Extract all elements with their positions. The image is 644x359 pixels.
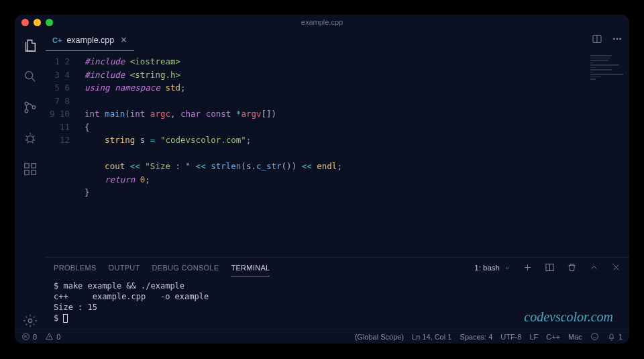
status-line-col[interactable]: Ln 14, Col 1 [412,333,451,341]
svg-point-12 [616,38,618,40]
debug-icon[interactable] [22,130,38,146]
tab-bar: C+ example.cpp ✕ [46,30,629,51]
more-actions-icon[interactable] [612,34,623,47]
close-tab-icon[interactable]: ✕ [120,35,127,45]
minimap[interactable] [590,54,627,87]
split-terminal-icon[interactable] [545,262,555,274]
svg-rect-6 [25,170,29,174]
status-errors[interactable]: 0 [21,332,37,341]
code-editor[interactable]: 1 2 3 4 5 6 7 8 9 10 11 12 #include <ios… [46,51,629,257]
panel-tab-debug[interactable]: DEBUG CONSOLE [152,264,219,272]
svg-point-3 [32,106,36,109]
editor-window: example.cpp C+ example.cpp ✕ [15,15,629,344]
code-content: #include <iostream> #include <string.h> … [76,51,629,257]
status-eol[interactable]: LF [529,333,538,341]
svg-point-13 [620,38,621,40]
svg-rect-5 [25,164,29,168]
explorer-icon[interactable] [22,38,38,54]
chevron-up-icon[interactable] [589,262,599,274]
panel-tab-output[interactable]: OUTPUT [109,264,140,272]
trash-icon[interactable] [567,262,577,274]
panel-tab-problems[interactable]: PROBLEMS [54,264,97,272]
watermark: codevscolor.com [524,309,613,325]
svg-point-1 [25,102,28,105]
status-os[interactable]: Mac [568,333,582,341]
svg-point-0 [25,72,33,79]
extensions-icon[interactable] [22,161,38,177]
line-gutter: 1 2 3 4 5 6 7 8 9 10 11 12 [46,51,76,257]
status-spaces[interactable]: Spaces: 4 [460,333,492,341]
svg-rect-7 [32,170,36,174]
terminal-selector[interactable]: 1: bash [474,263,511,273]
terminal-cursor [63,314,68,323]
cpp-file-icon: C+ [52,36,62,44]
svg-point-9 [28,319,32,323]
status-encoding[interactable]: UTF-8 [500,333,521,341]
activity-bar [15,30,46,329]
status-language[interactable]: C++ [546,333,560,341]
new-terminal-icon[interactable] [523,262,533,274]
status-warnings[interactable]: 0 [45,332,60,341]
settings-gear-icon[interactable] [22,313,38,329]
status-scope[interactable]: (Global Scope) [355,333,404,341]
split-editor-icon[interactable] [592,34,602,47]
window-title: example.cpp [15,18,629,26]
status-feedback-icon[interactable] [590,332,599,341]
svg-point-4 [27,136,33,142]
titlebar: example.cpp [15,15,629,30]
svg-point-2 [25,109,28,113]
tab-example-cpp[interactable]: C+ example.cpp ✕ [46,30,134,51]
panel-tab-terminal[interactable]: TERMINAL [231,264,270,276]
tab-label: example.cpp [66,36,114,45]
svg-point-16 [592,334,598,340]
status-notifications[interactable]: 1 [607,332,623,341]
svg-rect-8 [32,164,36,168]
search-icon[interactable] [22,68,38,85]
source-control-icon[interactable] [22,99,38,115]
close-panel-icon[interactable] [611,262,621,274]
status-bar: 0 0 (Global Scope) Ln 14, Col 1 Spaces: … [15,329,629,344]
svg-point-11 [613,38,614,40]
